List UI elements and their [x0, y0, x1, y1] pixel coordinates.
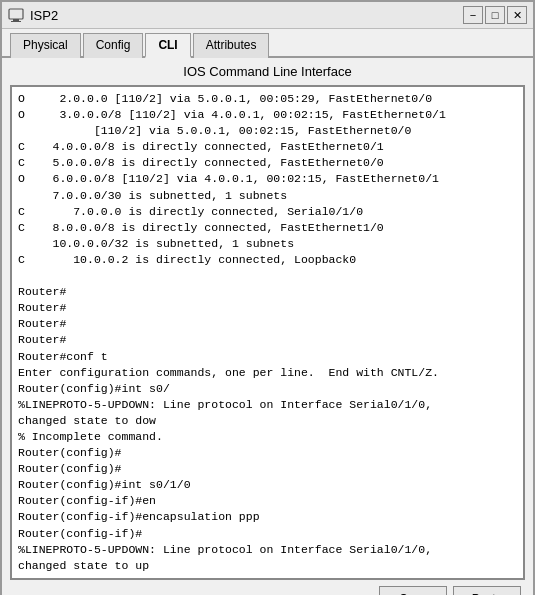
tab-config[interactable]: Config [83, 33, 144, 58]
section-title: IOS Command Line Interface [10, 64, 525, 79]
tab-physical[interactable]: Physical [10, 33, 81, 58]
tab-cli[interactable]: CLI [145, 33, 190, 58]
close-button[interactable]: ✕ [507, 6, 527, 24]
svg-rect-0 [9, 9, 23, 19]
restore-button[interactable]: □ [485, 6, 505, 24]
terminal-output[interactable]: O 2.0.0.0 [110/2] via 5.0.0.1, 00:05:29,… [12, 87, 523, 578]
terminal-container: O 2.0.0.0 [110/2] via 5.0.0.1, 00:05:29,… [10, 85, 525, 580]
copy-button[interactable]: Copy [379, 586, 447, 595]
title-bar: ISP2 − □ ✕ [2, 2, 533, 29]
paste-button[interactable]: Paste [453, 586, 521, 595]
svg-rect-2 [11, 21, 21, 22]
main-window: ISP2 − □ ✕ Physical Config CLI Attribute… [0, 0, 535, 595]
window-controls: − □ ✕ [463, 6, 527, 24]
tab-bar: Physical Config CLI Attributes [2, 29, 533, 58]
window-title: ISP2 [30, 8, 463, 23]
svg-rect-1 [13, 19, 19, 21]
app-icon [8, 7, 24, 23]
button-row: Copy Paste [10, 580, 525, 595]
content-area: IOS Command Line Interface O 2.0.0.0 [11… [2, 58, 533, 595]
tab-attributes[interactable]: Attributes [193, 33, 270, 58]
minimize-button[interactable]: − [463, 6, 483, 24]
